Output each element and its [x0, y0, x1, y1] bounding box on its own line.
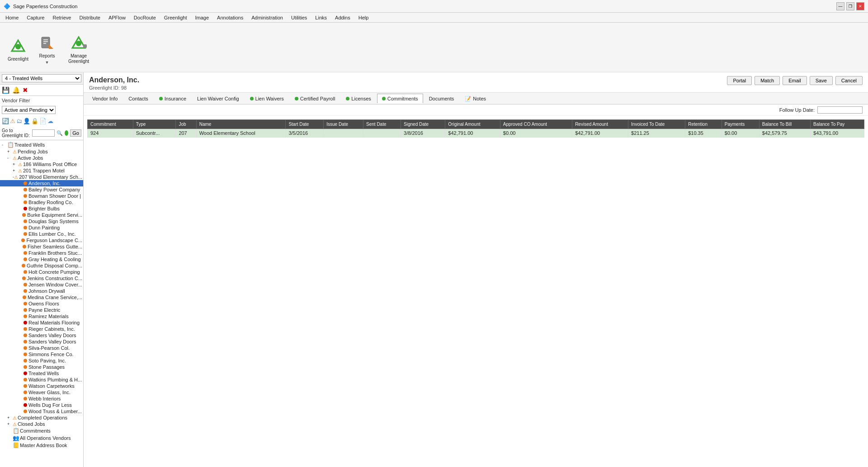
tree-vendor-johnson[interactable]: Johnson Drywall	[0, 288, 83, 294]
menu-item-help[interactable]: Help	[355, 14, 373, 21]
tree-vendor-fisher[interactable]: Fisher Seamless Gutte...	[0, 243, 83, 250]
job201-expand[interactable]: +	[13, 168, 18, 173]
menu-item-links[interactable]: Links	[311, 14, 330, 21]
tree-job-186[interactable]: + ⚠ 186 Williams Post Office	[0, 161, 83, 167]
reports-toolbar-button[interactable]: Reports ▼	[33, 33, 61, 67]
tab-insurance[interactable]: Insurance	[154, 94, 191, 103]
docs-icon[interactable]: 📄	[39, 118, 47, 124]
tree-vendor-soto[interactable]: Soto Paving, Inc.	[0, 357, 83, 364]
menu-item-home[interactable]: Home	[2, 14, 22, 21]
tree-vendor-treated[interactable]: Treated Wells	[0, 370, 83, 376]
tree-vendor-anderson[interactable]: Anderson, Inc.	[0, 180, 83, 186]
tab-licenses[interactable]: Licenses	[341, 94, 376, 103]
pending-expand[interactable]: +	[7, 149, 13, 154]
tree-vendor-simmons[interactable]: Simmons Fence Co.	[0, 351, 83, 357]
goto-input[interactable]	[32, 129, 55, 137]
go-button[interactable]: Go	[70, 129, 81, 137]
close-icon[interactable]: ✖	[23, 86, 28, 94]
tree-vendor-medina[interactable]: Medina Crane Service,...	[0, 294, 83, 300]
menu-item-greenlight[interactable]: Greenlight	[160, 14, 191, 21]
cloud-icon[interactable]: ☁	[47, 118, 53, 124]
tree-vendor-real-materials[interactable]: Real Materials Flooring	[0, 319, 83, 326]
tab-vendor-info[interactable]: Vendor Info	[87, 94, 123, 103]
tab-contacts[interactable]: Contacts	[123, 94, 153, 103]
vendor-filter-select[interactable]: Active and Pending All Active Pending In…	[2, 106, 56, 114]
tree-vendor-rieger[interactable]: Rieger Cabinets, Inc.	[0, 326, 83, 332]
email-button[interactable]: Email	[783, 76, 807, 85]
restore-button[interactable]: ❐	[846, 2, 854, 10]
tree-vendor-franklin[interactable]: Franklin Brothers Stuc...	[0, 250, 83, 256]
tree-vendor-wells-dug[interactable]: Wells Dug For Less	[0, 402, 83, 408]
user-icon[interactable]: 👤	[23, 118, 30, 124]
cancel-button[interactable]: Cancel	[835, 76, 863, 85]
tab-documents[interactable]: Documents	[424, 94, 459, 103]
tree-active-jobs[interactable]: - ⚠ Active Jobs	[0, 155, 83, 161]
tree-vendor-douglas[interactable]: Douglas Sign Systems	[0, 218, 83, 224]
tab-lien-waiver-config[interactable]: Lien Waiver Config	[192, 94, 244, 103]
menu-item-capture[interactable]: Capture	[23, 14, 48, 21]
menu-item-retrieve[interactable]: Retrieve	[49, 14, 75, 21]
tab-commitments[interactable]: Commitments	[377, 94, 423, 103]
alert-icon[interactable]: 🔔	[12, 86, 20, 94]
tree-vendor-holt[interactable]: Holt Concrete Pumping	[0, 269, 83, 275]
tree-vendor-bradley[interactable]: Bradley Roofing Co.	[0, 199, 83, 205]
tree-vendor-wood-truss[interactable]: Wood Truss & Lumber...	[0, 408, 83, 415]
tree-vendor-weaver[interactable]: Weaver Glass, Inc.	[0, 389, 83, 396]
tree-vendor-ramirez[interactable]: Ramirez Materials	[0, 313, 83, 319]
tree-pending-jobs[interactable]: + ⚠ Pending Jobs	[0, 148, 83, 155]
vault-select[interactable]: 4 - Treated Wells	[2, 74, 81, 82]
root-expand[interactable]: -	[2, 143, 7, 147]
minimize-button[interactable]: —	[836, 2, 844, 10]
tab-lien-waivers[interactable]: Lien Waivers	[245, 94, 289, 103]
tree-all-ops[interactable]: 👥 All Operations Vendors	[0, 434, 83, 442]
warning-icon[interactable]: ⚠	[10, 118, 15, 124]
tree-vendor-payne[interactable]: Payne Electric	[0, 307, 83, 313]
tree-vendor-dunn[interactable]: Dunn Painting	[0, 224, 83, 231]
menu-item-addins[interactable]: Addins	[331, 14, 354, 21]
tree-closed-jobs[interactable]: + ⚠ Closed Jobs	[0, 421, 83, 427]
close-button[interactable]: ✕	[856, 2, 864, 10]
menu-item-utilities[interactable]: Utilities	[288, 14, 311, 21]
tree-vendor-sanders1[interactable]: Sanders Valley Doors	[0, 332, 83, 338]
tree-vendor-stone[interactable]: Stone Passages	[0, 364, 83, 370]
tree-completed-ops[interactable]: + ⚠ Completed Operations	[0, 415, 83, 421]
search-icon[interactable]: 🔍	[57, 130, 63, 136]
tree-vendor-jenkins[interactable]: Jenkins Construction C...	[0, 275, 83, 281]
save-icon[interactable]: 💾	[2, 86, 9, 94]
tree-master-address[interactable]: 📒 Master Address Book	[0, 442, 83, 449]
menu-item-docroute[interactable]: DocRoute	[130, 14, 160, 21]
lock-icon[interactable]: 🔒	[31, 118, 38, 124]
tree-vendor-bowman[interactable]: Bowman Shower Door |	[0, 193, 83, 199]
tree-commitments[interactable]: 📋 Commitments	[0, 427, 83, 434]
menu-item-image[interactable]: Image	[192, 14, 213, 21]
greenlight-toolbar-button[interactable]: Greenlight	[4, 36, 33, 64]
tree-vendor-jensen[interactable]: Jensen Window Cover...	[0, 281, 83, 288]
save-button[interactable]: Save	[810, 76, 833, 85]
menu-item-annotations[interactable]: Annotations	[213, 14, 247, 21]
table-row[interactable]: 924 Subcontr... 207 Wood Elementary Scho…	[88, 129, 864, 138]
tab-certified-payroll[interactable]: Certified Payroll	[290, 94, 340, 103]
tree-root-node[interactable]: - 📋 Treated Wells	[0, 141, 83, 148]
tree-vendor-watkins[interactable]: Watkins Plumbing & H...	[0, 376, 83, 383]
tree-vendor-owens[interactable]: Owens Floors	[0, 300, 83, 307]
tree-job-201[interactable]: + ⚠ 201 Trappen Motel	[0, 167, 83, 174]
tree-vendor-ferguson[interactable]: Ferguson Landscape C...	[0, 237, 83, 243]
tree-vendor-webb[interactable]: Webb Interiors	[0, 396, 83, 402]
completed-expand[interactable]: +	[7, 415, 13, 420]
menu-item-apflow[interactable]: APFlow	[105, 14, 129, 21]
menu-item-distribute[interactable]: Distribute	[75, 14, 104, 21]
tree-vendor-bailey[interactable]: Bailey Power Company	[0, 186, 83, 193]
refresh-icon[interactable]: 🔄	[2, 118, 9, 124]
tab-notes[interactable]: 📝 Notes	[460, 94, 491, 104]
tree-vendor-sanders2[interactable]: Sanders Valley Doors	[0, 338, 83, 345]
tree-vendor-watson[interactable]: Watson Carpetworks	[0, 383, 83, 389]
tree-vendor-guthrie[interactable]: Guthrie Disposal Comp...	[0, 262, 83, 269]
manage-greenlight-toolbar-button[interactable]: Manage Greenlight	[61, 33, 96, 67]
menu-item-administration[interactable]: Administration	[248, 14, 287, 21]
tree-vendor-silva[interactable]: Silva-Pearson Col.	[0, 345, 83, 351]
tree-job-207[interactable]: - ⚠ 207 Wood Elementary Sch...	[0, 174, 83, 180]
tree-vendor-gray[interactable]: Gray Heating & Cooling	[0, 256, 83, 262]
closed-expand[interactable]: +	[7, 422, 13, 426]
commitments-table-wrapper[interactable]: Commitment Type Job Name Start Date Issu…	[84, 116, 868, 467]
match-button[interactable]: Match	[755, 76, 780, 85]
